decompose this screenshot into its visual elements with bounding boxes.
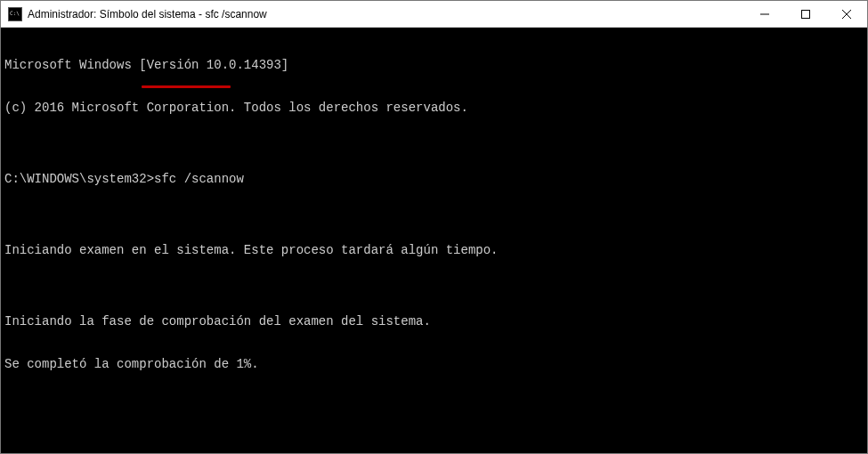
- console-line: Microsoft Windows [Versión 10.0.14393]: [4, 58, 864, 72]
- console-line: (c) 2016 Microsoft Corporation. Todos lo…: [4, 101, 864, 115]
- console-line: Iniciando examen en el sistema. Este pro…: [4, 243, 864, 257]
- console-area[interactable]: Microsoft Windows [Versión 10.0.14393] (…: [1, 28, 867, 453]
- svg-text:C:\: C:\: [10, 10, 20, 16]
- window-controls: [744, 1, 867, 27]
- window: C:\ Administrador: Símbolo del sistema -…: [0, 0, 868, 454]
- highlight-underline: [142, 85, 231, 88]
- window-title: Administrador: Símbolo del sistema - sfc…: [28, 8, 744, 20]
- console-prompt-line: C:\WINDOWS\system32>sfc /scannow: [4, 172, 864, 186]
- titlebar[interactable]: C:\ Administrador: Símbolo del sistema -…: [1, 1, 867, 28]
- entered-command: sfc /scannow: [154, 172, 244, 186]
- prompt-prefix: C:\WINDOWS\system32>: [4, 172, 154, 186]
- svg-rect-3: [802, 10, 810, 18]
- close-button[interactable]: [826, 1, 867, 27]
- cmd-icon: C:\: [8, 7, 22, 21]
- console-line: Iniciando la fase de comprobación del ex…: [4, 314, 864, 328]
- minimize-button[interactable]: [744, 1, 785, 27]
- maximize-button[interactable]: [785, 1, 826, 27]
- console-line: Se completó la comprobación de 1%.: [4, 357, 864, 371]
